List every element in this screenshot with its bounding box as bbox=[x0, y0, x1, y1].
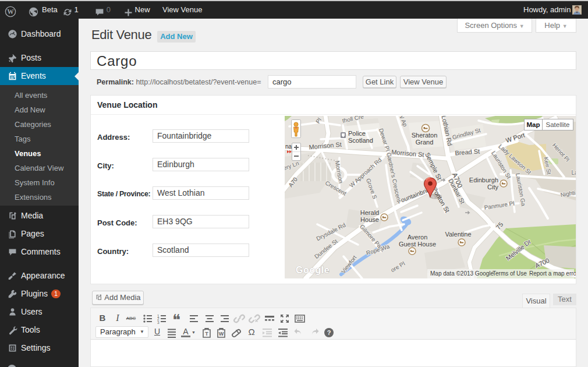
svg-text:Grand: Grand bbox=[416, 139, 434, 146]
svg-text:Map: Map bbox=[527, 121, 540, 128]
svg-text:?: ? bbox=[327, 329, 331, 336]
svg-text:La: La bbox=[571, 170, 576, 176]
svg-text:Edinburgh: Edinburgh bbox=[469, 177, 498, 184]
svg-text:Google: Google bbox=[296, 265, 330, 275]
svg-text:T: T bbox=[205, 331, 208, 337]
svg-text:Terms of Use: Terms of Use bbox=[493, 270, 527, 277]
svg-text:Averon: Averon bbox=[408, 234, 428, 241]
svg-text:W: W bbox=[219, 331, 224, 337]
svg-text:na: na bbox=[285, 143, 292, 150]
svg-text:Map data ©2013 Google: Map data ©2013 Google bbox=[430, 270, 494, 277]
svg-text:Herald: Herald bbox=[360, 209, 379, 216]
svg-text:Police: Police bbox=[348, 130, 366, 137]
svg-text:Sheraton: Sheraton bbox=[412, 132, 438, 139]
svg-text:Valentine: Valentine bbox=[445, 231, 471, 238]
svg-text:W: W bbox=[7, 8, 14, 15]
svg-text:Scotland: Scotland bbox=[348, 137, 373, 144]
svg-text:Report a map error: Report a map error bbox=[529, 270, 576, 277]
svg-text:Satellite: Satellite bbox=[546, 121, 570, 128]
svg-text:House: House bbox=[360, 216, 379, 223]
svg-text:Guest House: Guest House bbox=[399, 241, 436, 248]
svg-text:3: 3 bbox=[157, 320, 160, 324]
svg-text:City: City bbox=[487, 184, 498, 190]
